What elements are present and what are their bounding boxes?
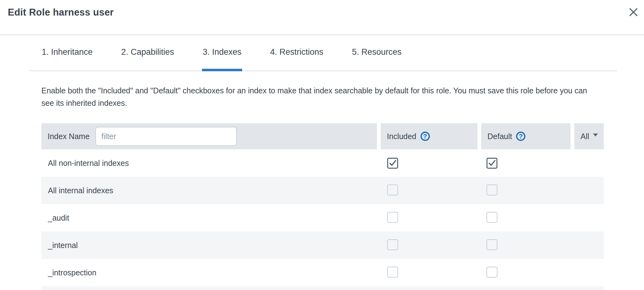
default-label: Default bbox=[487, 132, 512, 141]
table-row: _introspection bbox=[41, 259, 604, 286]
column-gap bbox=[477, 123, 481, 149]
tab-indexes[interactable]: 3. Indexes bbox=[202, 45, 242, 70]
index-name-cell: _introspection bbox=[41, 268, 381, 277]
default-checkbox[interactable] bbox=[487, 212, 497, 223]
column-header-index-name: Index Name bbox=[41, 123, 377, 149]
included-cell bbox=[381, 267, 481, 279]
index-name-cell: All internal indexes bbox=[41, 186, 381, 195]
included-cell bbox=[381, 212, 481, 224]
default-cell bbox=[481, 212, 574, 224]
default-cell bbox=[481, 239, 574, 251]
included-checkbox[interactable] bbox=[387, 239, 398, 250]
all-dropdown[interactable]: All bbox=[574, 123, 604, 149]
indexes-help-text: Enable both the "Included" and "Default"… bbox=[41, 84, 599, 109]
page-title: Edit Role harness user bbox=[8, 7, 635, 18]
included-cell bbox=[381, 185, 481, 197]
included-checkbox[interactable] bbox=[387, 212, 398, 223]
all-dropdown-label: All bbox=[581, 132, 589, 141]
included-label: Included bbox=[387, 132, 416, 141]
tab-resources[interactable]: 5. Resources bbox=[351, 45, 402, 70]
default-checkbox[interactable] bbox=[487, 267, 497, 278]
index-name-label: Index Name bbox=[48, 132, 90, 141]
tab-inheritance[interactable]: 1. Inheritance bbox=[41, 45, 93, 70]
chevron-down-icon bbox=[593, 133, 598, 137]
default-cell bbox=[481, 267, 574, 279]
included-cell bbox=[381, 158, 481, 169]
index-table-header: Index Name Included ? Default ? All bbox=[41, 123, 604, 149]
index-filter-input[interactable] bbox=[95, 127, 237, 146]
modal-header: Edit Role harness user bbox=[0, 0, 644, 35]
included-checkbox[interactable] bbox=[387, 267, 398, 278]
index-table-body: All non-internal indexes All internal in… bbox=[41, 149, 604, 286]
tab-capabilities[interactable]: 2. Capabilities bbox=[121, 45, 175, 70]
close-button[interactable] bbox=[627, 6, 640, 19]
close-icon bbox=[629, 8, 638, 17]
included-checkbox[interactable] bbox=[387, 185, 398, 195]
index-name-cell: _audit bbox=[41, 213, 381, 222]
partially-visible-row bbox=[41, 286, 604, 290]
table-row: _internal bbox=[41, 232, 604, 259]
index-name-cell: _internal bbox=[41, 241, 381, 250]
table-row: _audit bbox=[41, 204, 604, 232]
index-table: Index Name Included ? Default ? All All … bbox=[41, 123, 604, 290]
column-header-default: Default ? bbox=[481, 123, 571, 149]
tab-bar: 1. Inheritance 2. Capabilities 3. Indexe… bbox=[29, 45, 617, 71]
included-help-icon[interactable]: ? bbox=[421, 132, 430, 141]
column-gap bbox=[377, 123, 381, 149]
default-cell bbox=[481, 185, 574, 197]
default-help-icon[interactable]: ? bbox=[516, 132, 525, 141]
included-cell bbox=[381, 239, 481, 251]
default-checkbox[interactable] bbox=[487, 158, 497, 169]
default-checkbox[interactable] bbox=[487, 185, 497, 195]
index-name-cell: All non-internal indexes bbox=[41, 159, 381, 168]
included-checkbox[interactable] bbox=[387, 158, 398, 169]
column-header-included: Included ? bbox=[381, 123, 477, 149]
column-gap bbox=[571, 123, 574, 149]
default-cell bbox=[481, 158, 574, 169]
table-row: All non-internal indexes bbox=[41, 149, 604, 177]
table-row: All internal indexes bbox=[41, 177, 604, 204]
default-checkbox[interactable] bbox=[487, 239, 497, 250]
tab-restrictions[interactable]: 4. Restrictions bbox=[270, 45, 324, 70]
